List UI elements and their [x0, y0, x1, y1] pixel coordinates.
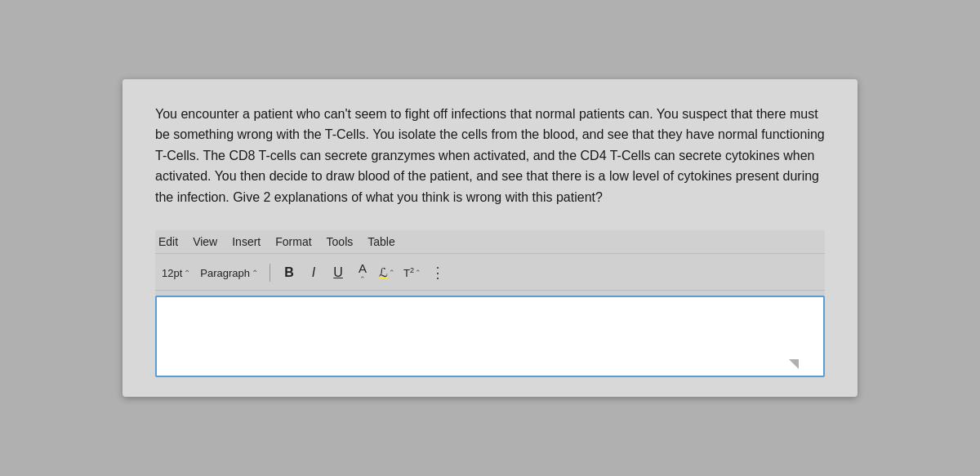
font-size-chevron-icon: ⌃	[184, 269, 190, 278]
toolbar-separator-1	[270, 264, 270, 282]
menu-tools[interactable]: Tools	[327, 235, 354, 248]
menu-table[interactable]: Table	[368, 235, 394, 248]
font-color-chevron-icon: ⌃	[359, 275, 366, 283]
toolbar: 12pt ⌃ Paragraph ⌃ B I U A ⌃	[155, 257, 825, 291]
question-text: You encounter a patient who can't seem t…	[155, 104, 825, 208]
font-color-button[interactable]: A ⌃	[352, 262, 373, 283]
bold-button[interactable]: B	[278, 262, 300, 283]
menu-insert[interactable]: Insert	[232, 235, 261, 248]
bold-label: B	[284, 265, 294, 280]
italic-label: I	[312, 265, 315, 280]
more-options-icon: ⋮	[430, 264, 446, 282]
font-color-label: A	[359, 261, 367, 275]
underline-label: U	[333, 265, 343, 280]
highlight-button[interactable]: ℒ ⌃	[376, 262, 398, 283]
resize-handle-icon	[789, 359, 799, 369]
font-size-value: 12pt	[162, 267, 182, 279]
more-options-button[interactable]: ⋮	[427, 262, 448, 283]
superscript-chevron-icon: ⌃	[415, 269, 421, 277]
question-content: You encounter a patient who can't seem t…	[155, 107, 825, 204]
menu-edit[interactable]: Edit	[158, 235, 178, 248]
text-area[interactable]	[155, 296, 825, 377]
menu-view[interactable]: View	[193, 235, 217, 248]
underline-button[interactable]: U	[327, 262, 349, 283]
paragraph-select[interactable]: Paragraph ⌃	[197, 265, 261, 281]
editor-wrapper: Edit View Insert Format Tools Table 12pt…	[155, 230, 825, 377]
superscript-label: T2	[403, 266, 414, 279]
highlight-chevron-icon: ⌃	[389, 269, 395, 277]
main-container: You encounter a patient who can't seem t…	[122, 79, 858, 398]
menu-bar: Edit View Insert Format Tools Table	[155, 230, 825, 254]
paragraph-chevron-icon: ⌃	[252, 269, 258, 278]
font-size-select[interactable]: 12pt ⌃	[158, 265, 194, 281]
paragraph-value: Paragraph	[200, 267, 250, 279]
superscript-button[interactable]: T2 ⌃	[401, 262, 424, 283]
italic-button[interactable]: I	[303, 262, 324, 283]
menu-format[interactable]: Format	[275, 235, 311, 248]
highlight-label: ℒ	[379, 265, 388, 280]
